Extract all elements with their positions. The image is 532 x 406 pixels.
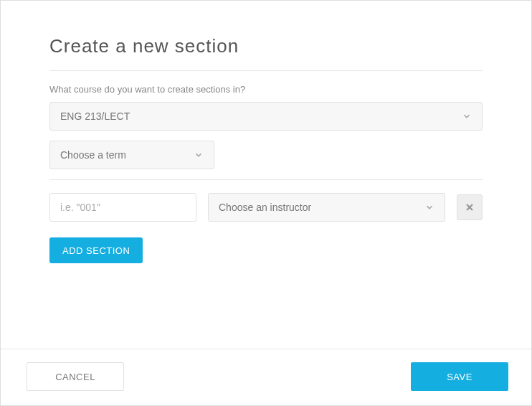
term-select[interactable]: Choose a term [49,141,214,169]
section-number-input[interactable] [49,193,196,222]
chevron-down-icon [194,150,204,160]
course-select[interactable]: ENG 213/LECT [49,102,483,131]
chevron-down-icon [424,202,434,212]
chevron-down-icon [462,111,472,121]
dialog-footer: CANCEL SAVE [1,349,531,405]
course-select-value: ENG 213/LECT [60,110,462,122]
course-question-label: What course do you want to create sectio… [49,84,483,95]
divider [49,70,483,71]
section-row: Choose an instructor [49,193,483,222]
term-select-placeholder: Choose a term [60,149,194,161]
cancel-button[interactable]: CANCEL [27,362,124,391]
dialog-title: Create a new section [49,35,483,57]
dialog-content: Create a new section What course do you … [1,1,531,278]
save-button[interactable]: SAVE [411,362,508,391]
remove-section-button[interactable] [457,194,483,220]
divider [49,179,483,180]
instructor-select[interactable]: Choose an instructor [208,193,445,222]
close-icon [464,202,475,213]
add-section-button[interactable]: ADD SECTION [49,237,143,263]
instructor-select-placeholder: Choose an instructor [219,202,424,213]
